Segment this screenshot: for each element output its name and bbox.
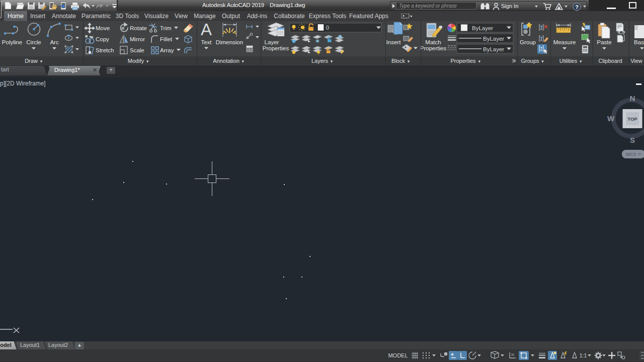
svg-text:Dimension: Dimension [216,39,243,45]
svg-text:ByLayer: ByLayer [472,25,493,31]
svg-text:Stretch: Stretch [96,47,114,53]
svg-text:Properties: Properties [263,45,289,51]
svg-text:MODEL: MODEL [388,352,408,358]
svg-text:Circle: Circle [26,39,41,45]
svg-text:Mirror: Mirror [130,36,145,42]
svg-text:Array: Array [160,47,174,53]
svg-text:Insert: Insert [386,39,401,45]
svg-text:W: W [607,114,615,123]
svg-text:1:1: 1:1 [580,352,587,358]
svg-text:A: A [201,21,212,39]
svg-text:S: S [630,136,635,144]
svg-text:0: 0 [326,25,329,31]
svg-text:Measure: Measure [553,39,576,45]
svg-text:TOP: TOP [627,116,637,122]
svg-text:Match: Match [425,39,441,45]
svg-text:Polyline: Polyline [2,39,22,45]
svg-text:WCS: WCS [626,152,636,157]
svg-text:Arc: Arc [50,39,59,45]
svg-text:Trim: Trim [160,25,172,31]
svg-text:ByLayer: ByLayer [483,46,504,52]
svg-text:Scale: Scale [130,47,144,53]
svg-text:Group: Group [520,39,536,45]
svg-text:Rotate: Rotate [130,25,147,31]
svg-text:Bas: Bas [634,39,644,45]
svg-text:Paste: Paste [597,39,611,45]
svg-text:Properties: Properties [420,45,447,51]
svg-text:Layer: Layer [265,39,279,45]
svg-text:?: ? [575,4,579,10]
svg-text:N: N [630,94,635,103]
svg-text:Copy: Copy [96,36,109,42]
svg-text:ByLayer: ByLayer [483,36,504,42]
svg-text:Fillet: Fillet [160,36,173,42]
svg-text:Move: Move [96,25,110,31]
svg-text:Text: Text [201,39,212,45]
